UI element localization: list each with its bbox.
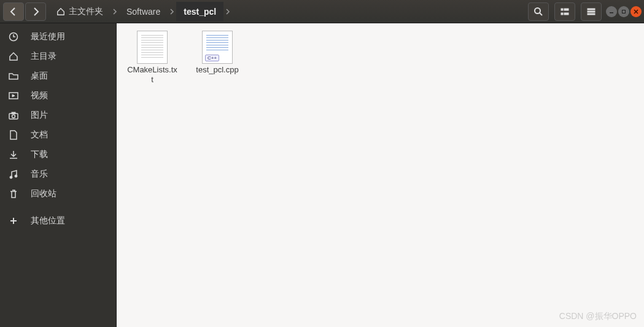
- view-list-button[interactable]: [554, 2, 575, 21]
- main-area: 最近使用 主目录 桌面 视频 图片 文档 下载 音乐: [0, 23, 644, 327]
- menu-button[interactable]: [581, 2, 602, 21]
- sidebar-item-pictures[interactable]: 图片: [0, 106, 116, 125]
- svg-rect-1: [561, 9, 563, 10]
- sidebar-item-label: 其他位置: [31, 215, 65, 226]
- window-close-button[interactable]: [630, 6, 642, 17]
- home-icon: [9, 52, 18, 61]
- svg-rect-8: [610, 12, 613, 13]
- svg-point-15: [10, 176, 12, 179]
- sidebar-item-videos[interactable]: 视频: [0, 86, 116, 106]
- header-bar: 主文件夹 Software test_pcl: [0, 0, 644, 23]
- sidebar-item-label: 音乐: [31, 169, 48, 180]
- sidebar-item-label: 文档: [31, 129, 48, 140]
- file-item[interactable]: CMakeLists.txt: [126, 31, 178, 84]
- sidebar-item-desktop[interactable]: 桌面: [0, 66, 116, 86]
- svg-rect-6: [588, 11, 595, 12]
- svg-rect-9: [623, 10, 626, 13]
- camera-icon: [9, 110, 18, 120]
- search-icon: [533, 7, 543, 17]
- svg-rect-2: [564, 9, 568, 10]
- watermark: CSDN @振华OPPO: [559, 311, 637, 322]
- sidebar-item-label: 桌面: [31, 71, 48, 82]
- hamburger-icon: [586, 7, 596, 17]
- svg-point-16: [15, 175, 17, 177]
- breadcrumb-home[interactable]: 主文件夹: [49, 2, 111, 21]
- sidebar-item-music[interactable]: 音乐: [0, 164, 116, 184]
- breadcrumb-separator-icon: [168, 2, 176, 21]
- svg-point-0: [535, 8, 540, 13]
- svg-rect-5: [588, 9, 595, 10]
- window-maximize-button[interactable]: [618, 6, 629, 17]
- svg-rect-3: [561, 13, 563, 15]
- sidebar-item-recent[interactable]: 最近使用: [0, 27, 116, 47]
- text-file-icon: [137, 31, 168, 64]
- breadcrumb-separator-icon: [223, 2, 232, 21]
- video-icon: [9, 91, 18, 101]
- sidebar: 最近使用 主目录 桌面 视频 图片 文档 下载 音乐: [0, 23, 117, 327]
- file-label: CMakeLists.txt: [126, 65, 178, 84]
- plus-icon: [9, 216, 18, 226]
- sidebar-item-downloads[interactable]: 下载: [0, 145, 116, 164]
- breadcrumb-segment-label: Software: [126, 7, 160, 17]
- chevron-left-icon: [9, 7, 18, 17]
- window-minimize-button[interactable]: [606, 6, 617, 17]
- breadcrumb-segment-label: test_pcl: [184, 7, 216, 17]
- svg-rect-7: [588, 13, 595, 15]
- home-icon: [56, 7, 65, 16]
- sidebar-item-label: 回收站: [31, 188, 56, 199]
- chevron-right-icon: [31, 7, 41, 17]
- breadcrumb-home-label: 主文件夹: [69, 6, 103, 17]
- minimize-icon: [609, 9, 614, 14]
- document-icon: [9, 130, 18, 140]
- sidebar-item-documents[interactable]: 文档: [0, 125, 116, 145]
- breadcrumb-segment-current[interactable]: test_pcl: [176, 2, 223, 21]
- breadcrumb: 主文件夹 Software test_pcl: [49, 2, 232, 21]
- sidebar-item-other-locations[interactable]: 其他位置: [0, 211, 116, 231]
- window-controls: [606, 6, 642, 17]
- maximize-icon: [621, 9, 626, 14]
- file-label: test_pcl.cpp: [196, 65, 238, 75]
- cpp-file-icon: [202, 31, 233, 64]
- breadcrumb-segment[interactable]: Software: [119, 2, 168, 21]
- close-icon: [634, 9, 638, 14]
- file-item[interactable]: test_pcl.cpp: [192, 31, 243, 84]
- sidebar-item-label: 下载: [31, 149, 48, 160]
- sidebar-item-label: 主目录: [31, 51, 56, 62]
- sidebar-item-label: 最近使用: [31, 31, 65, 42]
- sidebar-item-label: 视频: [31, 90, 48, 101]
- svg-rect-4: [564, 13, 568, 15]
- file-content-area[interactable]: CMakeLists.txt test_pcl.cpp CSDN @振华OPPO: [117, 23, 644, 327]
- download-icon: [9, 150, 18, 160]
- sidebar-item-trash[interactable]: 回收站: [0, 184, 116, 204]
- folder-icon: [9, 71, 18, 81]
- svg-point-13: [12, 115, 15, 118]
- sidebar-item-label: 图片: [31, 110, 48, 121]
- sidebar-item-home[interactable]: 主目录: [0, 47, 116, 66]
- search-button[interactable]: [528, 2, 549, 21]
- forward-button[interactable]: [25, 2, 46, 21]
- breadcrumb-separator-icon: [111, 2, 119, 21]
- music-icon: [9, 169, 18, 179]
- back-button[interactable]: [3, 2, 24, 21]
- list-view-icon: [560, 7, 570, 17]
- trash-icon: [9, 189, 18, 199]
- clock-icon: [9, 32, 18, 42]
- svg-rect-14: [12, 112, 15, 114]
